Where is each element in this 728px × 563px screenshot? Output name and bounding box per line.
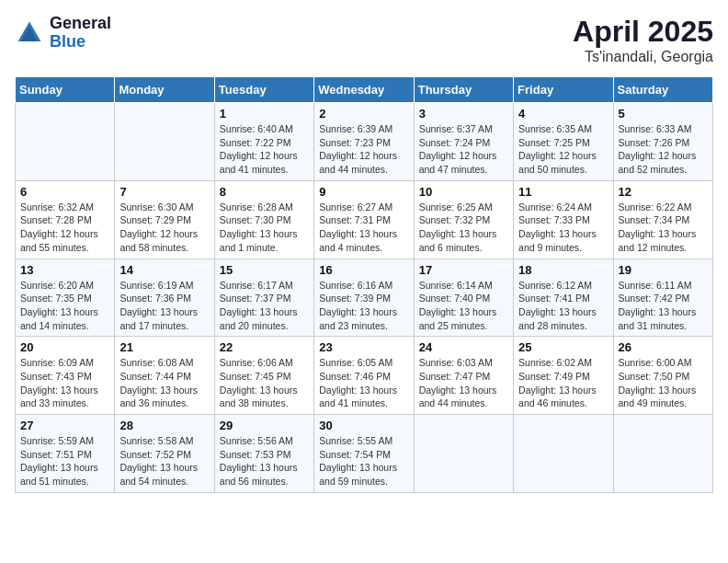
day-info: Sunrise: 6:09 AMSunset: 7:43 PMDaylight:… [20, 356, 109, 410]
day-number: 21 [119, 340, 209, 354]
calendar-cell: 18Sunrise: 6:12 AMSunset: 7:41 PMDayligh… [514, 259, 613, 337]
day-info: Sunrise: 6:20 AMSunset: 7:35 PMDaylight:… [20, 279, 109, 333]
calendar-cell: 4Sunrise: 6:35 AMSunset: 7:25 PMDaylight… [514, 103, 613, 181]
day-number: 1 [220, 107, 309, 121]
calendar-cell: 8Sunrise: 6:28 AMSunset: 7:30 PMDaylight… [214, 180, 313, 259]
header-day-sunday: Sunday [16, 77, 115, 103]
day-info: Sunrise: 6:02 AMSunset: 7:49 PMDaylight:… [518, 356, 608, 410]
header-day-monday: Monday [115, 77, 214, 103]
calendar-cell [414, 415, 513, 493]
calendar-cell: 13Sunrise: 6:20 AMSunset: 7:35 PMDayligh… [16, 259, 115, 337]
page-header: General Blue April 2025 Ts'inandali, Geo… [15, 15, 713, 65]
day-number: 28 [119, 419, 209, 432]
calendar-header: SundayMondayTuesdayWednesdayThursdayFrid… [16, 77, 713, 103]
calendar-week-2: 6Sunrise: 6:32 AMSunset: 7:28 PMDaylight… [16, 180, 713, 259]
header-day-thursday: Thursday [414, 77, 513, 103]
day-number: 7 [119, 185, 209, 199]
day-number: 6 [20, 185, 109, 199]
calendar-cell: 19Sunrise: 6:11 AMSunset: 7:42 PMDayligh… [613, 259, 712, 337]
calendar-body: 1Sunrise: 6:40 AMSunset: 7:22 PMDaylight… [16, 103, 713, 493]
day-number: 27 [20, 419, 109, 432]
day-info: Sunrise: 6:35 AMSunset: 7:25 PMDaylight:… [518, 122, 608, 177]
calendar-cell: 1Sunrise: 6:40 AMSunset: 7:22 PMDaylight… [214, 103, 313, 181]
calendar-cell: 23Sunrise: 6:05 AMSunset: 7:46 PMDayligh… [314, 337, 414, 415]
day-number: 14 [119, 263, 209, 277]
title-block: April 2025 Ts'inandali, Georgia [573, 15, 713, 65]
header-day-saturday: Saturday [613, 77, 712, 103]
day-info: Sunrise: 6:24 AMSunset: 7:33 PMDaylight:… [518, 201, 608, 255]
day-number: 17 [419, 263, 508, 277]
day-info: Sunrise: 6:00 AMSunset: 7:50 PMDaylight:… [619, 356, 708, 410]
day-info: Sunrise: 5:59 AMSunset: 7:51 PMDaylight:… [20, 434, 109, 488]
day-info: Sunrise: 6:08 AMSunset: 7:44 PMDaylight:… [119, 356, 209, 410]
day-number: 20 [20, 340, 109, 354]
day-info: Sunrise: 6:19 AMSunset: 7:36 PMDaylight:… [119, 279, 209, 333]
calendar-cell: 15Sunrise: 6:17 AMSunset: 7:37 PMDayligh… [214, 259, 313, 337]
calendar-cell: 2Sunrise: 6:39 AMSunset: 7:23 PMDaylight… [314, 103, 414, 181]
day-number: 26 [619, 340, 708, 354]
subtitle: Ts'inandali, Georgia [573, 49, 713, 65]
day-number: 30 [319, 419, 408, 432]
day-info: Sunrise: 6:22 AMSunset: 7:34 PMDaylight:… [619, 201, 708, 255]
day-number: 25 [518, 340, 608, 354]
day-info: Sunrise: 5:56 AMSunset: 7:53 PMDaylight:… [220, 434, 309, 488]
day-number: 24 [419, 340, 508, 354]
day-number: 15 [220, 263, 309, 277]
calendar-cell: 24Sunrise: 6:03 AMSunset: 7:47 PMDayligh… [414, 337, 513, 415]
calendar-week-1: 1Sunrise: 6:40 AMSunset: 7:22 PMDaylight… [16, 103, 713, 181]
day-info: Sunrise: 6:30 AMSunset: 7:29 PMDaylight:… [119, 201, 209, 255]
day-number: 11 [518, 185, 608, 199]
day-info: Sunrise: 6:40 AMSunset: 7:22 PMDaylight:… [220, 122, 309, 177]
calendar-cell: 11Sunrise: 6:24 AMSunset: 7:33 PMDayligh… [514, 180, 613, 259]
calendar-week-4: 20Sunrise: 6:09 AMSunset: 7:43 PMDayligh… [16, 337, 713, 415]
calendar-cell: 29Sunrise: 5:56 AMSunset: 7:53 PMDayligh… [214, 415, 313, 493]
day-number: 22 [220, 340, 309, 354]
day-info: Sunrise: 6:11 AMSunset: 7:42 PMDaylight:… [619, 279, 708, 333]
day-info: Sunrise: 6:27 AMSunset: 7:31 PMDaylight:… [319, 201, 408, 255]
calendar-cell: 9Sunrise: 6:27 AMSunset: 7:31 PMDaylight… [314, 180, 414, 259]
calendar-week-3: 13Sunrise: 6:20 AMSunset: 7:35 PMDayligh… [16, 259, 713, 337]
header-day-wednesday: Wednesday [314, 77, 414, 103]
calendar-cell: 17Sunrise: 6:14 AMSunset: 7:40 PMDayligh… [414, 259, 513, 337]
header-day-friday: Friday [514, 77, 613, 103]
day-number: 8 [220, 185, 309, 199]
calendar-cell [613, 415, 712, 493]
day-number: 2 [319, 107, 408, 121]
calendar-cell: 20Sunrise: 6:09 AMSunset: 7:43 PMDayligh… [16, 337, 115, 415]
day-info: Sunrise: 6:14 AMSunset: 7:40 PMDaylight:… [419, 279, 508, 333]
day-info: Sunrise: 6:39 AMSunset: 7:23 PMDaylight:… [319, 122, 408, 177]
day-info: Sunrise: 6:25 AMSunset: 7:32 PMDaylight:… [419, 201, 508, 255]
logo-text: General Blue [50, 15, 111, 52]
day-info: Sunrise: 6:16 AMSunset: 7:39 PMDaylight:… [319, 279, 408, 333]
calendar-cell: 16Sunrise: 6:16 AMSunset: 7:39 PMDayligh… [314, 259, 414, 337]
calendar-cell: 28Sunrise: 5:58 AMSunset: 7:52 PMDayligh… [115, 415, 214, 493]
calendar-cell [514, 415, 613, 493]
day-number: 19 [619, 263, 708, 277]
logo-blue: Blue [50, 33, 111, 52]
main-title: April 2025 [573, 15, 713, 49]
day-number: 5 [619, 107, 708, 121]
day-info: Sunrise: 6:28 AMSunset: 7:30 PMDaylight:… [220, 201, 309, 255]
day-info: Sunrise: 6:05 AMSunset: 7:46 PMDaylight:… [319, 356, 408, 410]
logo: General Blue [15, 15, 111, 52]
day-info: Sunrise: 5:55 AMSunset: 7:54 PMDaylight:… [319, 434, 408, 488]
calendar-cell: 7Sunrise: 6:30 AMSunset: 7:29 PMDaylight… [115, 180, 214, 259]
calendar-cell: 10Sunrise: 6:25 AMSunset: 7:32 PMDayligh… [414, 180, 513, 259]
day-info: Sunrise: 6:06 AMSunset: 7:45 PMDaylight:… [220, 356, 309, 410]
logo-icon [15, 18, 44, 48]
calendar-cell: 3Sunrise: 6:37 AMSunset: 7:24 PMDaylight… [414, 103, 513, 181]
day-number: 9 [319, 185, 408, 199]
day-info: Sunrise: 6:37 AMSunset: 7:24 PMDaylight:… [419, 122, 508, 177]
day-number: 23 [319, 340, 408, 354]
day-number: 3 [419, 107, 508, 121]
calendar-cell: 30Sunrise: 5:55 AMSunset: 7:54 PMDayligh… [314, 415, 414, 493]
day-number: 4 [518, 107, 608, 121]
day-info: Sunrise: 6:03 AMSunset: 7:47 PMDaylight:… [419, 356, 508, 410]
day-info: Sunrise: 6:33 AMSunset: 7:26 PMDaylight:… [619, 122, 708, 177]
calendar-cell: 27Sunrise: 5:59 AMSunset: 7:51 PMDayligh… [16, 415, 115, 493]
day-info: Sunrise: 6:17 AMSunset: 7:37 PMDaylight:… [220, 279, 309, 333]
calendar-cell: 25Sunrise: 6:02 AMSunset: 7:49 PMDayligh… [514, 337, 613, 415]
day-number: 13 [20, 263, 109, 277]
day-number: 12 [619, 185, 708, 199]
calendar-cell: 5Sunrise: 6:33 AMSunset: 7:26 PMDaylight… [613, 103, 712, 181]
